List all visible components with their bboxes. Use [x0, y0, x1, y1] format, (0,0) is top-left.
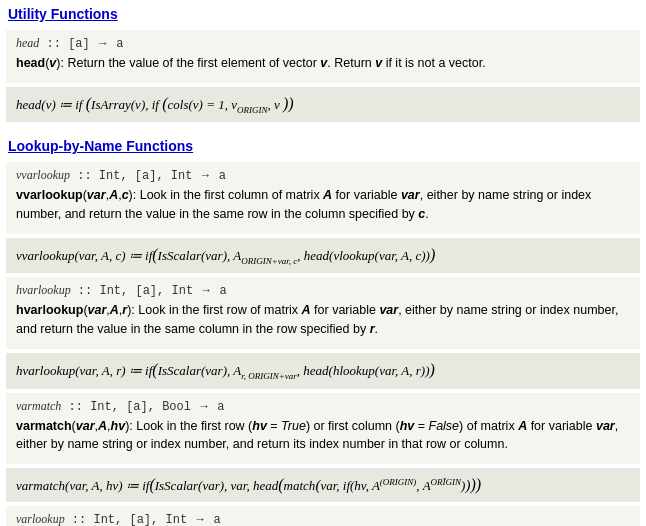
head-formula-block: head(v) ≔ if (IsArray(v), if (cols(v) = …	[6, 87, 640, 123]
varmatch-description: varmatch(var,A,hv): Look in the first ro…	[16, 417, 630, 455]
varmatch-signature: varmatch :: Int, [a], Bool → a	[16, 399, 630, 414]
head-function-block: head :: [a] → a head(v): Return the valu…	[6, 30, 640, 83]
hvarlookup-function-block: hvarlookup :: Int, [a], Int → a hvarlook…	[6, 277, 640, 349]
varlookup-signature: varlookup :: Int, [a], Int → a	[16, 512, 630, 526]
page-container: Utility Functions head :: [a] → a head(v…	[0, 0, 646, 526]
varmatch-function-block: varmatch :: Int, [a], Bool → a varmatch(…	[6, 393, 640, 465]
vvarlookup-formula: vvarlookup(var, A, c) ≔ if(IsScalar(var)…	[16, 248, 435, 263]
utility-section-header: Utility Functions	[0, 0, 646, 26]
hvarlookup-signature: hvarlookup :: Int, [a], Int → a	[16, 283, 630, 298]
lookup-section-header: Lookup-by-Name Functions	[0, 132, 646, 158]
utility-section: Utility Functions head :: [a] → a head(v…	[0, 0, 646, 122]
hvarlookup-formula-block: hvarlookup(var, A, r) ≔ if(IsScalar(var)…	[6, 353, 640, 389]
varmatch-formula: varmatch(var, A, hv) ≔ if(IsScalar(var),…	[16, 478, 481, 493]
varlookup-function-block: varlookup :: Int, [a], Int → a varlookup…	[6, 506, 640, 526]
head-description: head(v): Return the value of the first e…	[16, 54, 630, 73]
hvarlookup-description: hvarlookup(var,A,r): Look in the first r…	[16, 301, 630, 339]
hvarlookup-formula: hvarlookup(var, A, r) ≔ if(IsScalar(var)…	[16, 363, 435, 378]
lookup-section: Lookup-by-Name Functions vvarlookup :: I…	[0, 132, 646, 526]
varmatch-formula-block: varmatch(var, A, hv) ≔ if(IsScalar(var),…	[6, 468, 640, 502]
vvarlookup-description: vvarlookup(var,A,c): Look in the first c…	[16, 186, 630, 224]
vvarlookup-formula-block: vvarlookup(var, A, c) ≔ if(IsScalar(var)…	[6, 238, 640, 274]
vvarlookup-function-block: vvarlookup :: Int, [a], Int → a vvarlook…	[6, 162, 640, 234]
head-signature: head :: [a] → a	[16, 36, 630, 51]
vvarlookup-signature: vvarlookup :: Int, [a], Int → a	[16, 168, 630, 183]
head-formula: head(v) ≔ if (IsArray(v), if (cols(v) = …	[16, 97, 294, 112]
